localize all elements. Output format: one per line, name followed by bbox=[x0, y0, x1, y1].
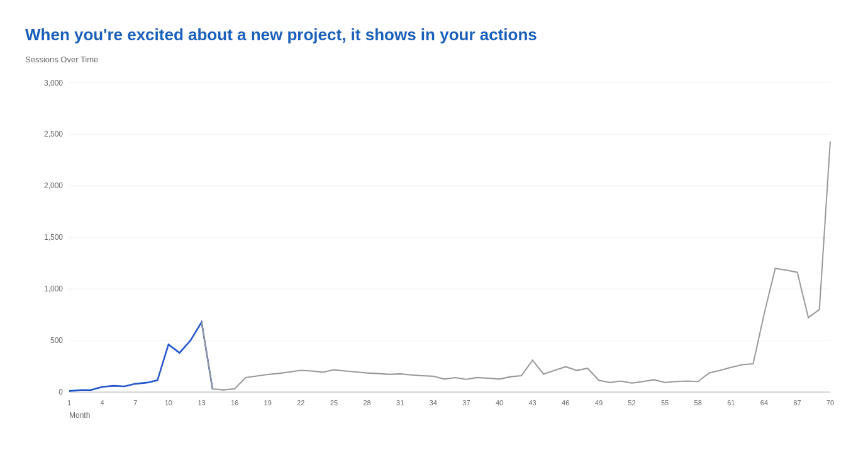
svg-text:10: 10 bbox=[165, 399, 172, 407]
main-title: When you're excited about a new project,… bbox=[25, 25, 843, 45]
svg-text:49: 49 bbox=[595, 399, 603, 407]
chart-area: Sessions Over Time 0 500 1,000 1,500 2, bbox=[25, 55, 843, 459]
blue-series-line bbox=[69, 322, 213, 391]
svg-text:4: 4 bbox=[101, 399, 104, 407]
svg-text:28: 28 bbox=[363, 399, 370, 407]
svg-text:Month: Month bbox=[69, 410, 90, 419]
svg-text:2,000: 2,000 bbox=[44, 181, 63, 190]
svg-text:31: 31 bbox=[396, 399, 404, 407]
svg-text:58: 58 bbox=[694, 399, 702, 407]
svg-text:13: 13 bbox=[198, 399, 205, 407]
svg-text:25: 25 bbox=[330, 399, 338, 407]
svg-text:16: 16 bbox=[231, 399, 238, 407]
svg-text:52: 52 bbox=[628, 399, 635, 407]
svg-text:1,000: 1,000 bbox=[44, 284, 63, 293]
svg-text:43: 43 bbox=[528, 399, 536, 407]
svg-text:0: 0 bbox=[58, 388, 63, 396]
svg-text:19: 19 bbox=[264, 399, 272, 407]
chart-subtitle: Sessions Over Time bbox=[25, 55, 843, 64]
svg-text:7: 7 bbox=[133, 399, 137, 407]
svg-text:1: 1 bbox=[67, 399, 71, 407]
chart-wrapper: 0 500 1,000 1,500 2,000 2,500 3,000 1 4 … bbox=[25, 69, 843, 459]
svg-text:67: 67 bbox=[793, 399, 801, 407]
svg-text:500: 500 bbox=[50, 336, 63, 345]
gray-series-line bbox=[202, 142, 831, 390]
svg-text:37: 37 bbox=[462, 399, 470, 407]
svg-text:2,500: 2,500 bbox=[44, 130, 63, 138]
page-container: When you're excited about a new project,… bbox=[0, 0, 868, 472]
svg-text:40: 40 bbox=[496, 399, 503, 407]
svg-text:22: 22 bbox=[297, 399, 304, 407]
svg-text:1,500: 1,500 bbox=[44, 233, 63, 242]
svg-text:46: 46 bbox=[562, 399, 569, 407]
svg-text:34: 34 bbox=[430, 399, 437, 407]
svg-text:61: 61 bbox=[727, 399, 735, 407]
svg-text:55: 55 bbox=[661, 399, 669, 407]
svg-text:64: 64 bbox=[760, 399, 768, 407]
svg-text:3,000: 3,000 bbox=[44, 78, 63, 87]
chart-svg: 0 500 1,000 1,500 2,000 2,500 3,000 1 4 … bbox=[25, 69, 843, 459]
svg-text:70: 70 bbox=[826, 399, 834, 407]
